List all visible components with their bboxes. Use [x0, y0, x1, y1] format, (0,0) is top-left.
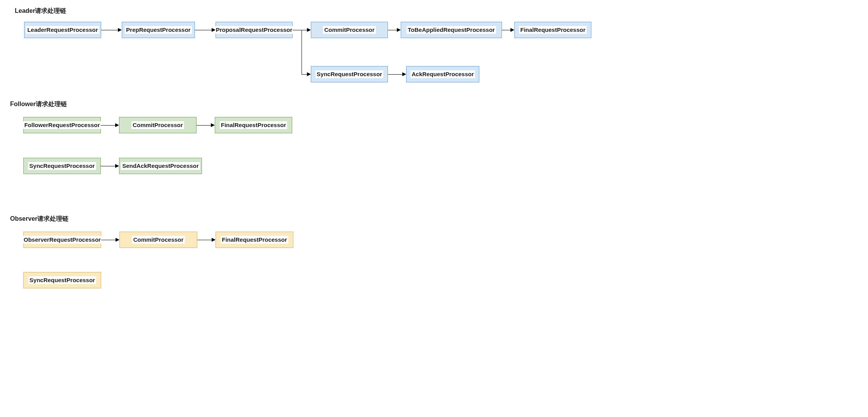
commit-processor-follower: CommitProcessor: [119, 117, 196, 133]
node-label: SyncRequestProcessor: [316, 70, 383, 78]
leader-section-title: Leader请求处理链: [15, 7, 66, 15]
arrow-head-icon: [211, 123, 215, 127]
proposal-request-processor: ProposalRequestProcessor: [216, 22, 293, 38]
arrow-line-vertical: [302, 30, 302, 74]
arrow-head-icon: [115, 123, 119, 127]
arrow-line: [388, 74, 402, 75]
prep-request-processor: PrepRequestProcessor: [122, 22, 195, 38]
sync-request-processor-leader: SyncRequestProcessor: [311, 66, 388, 82]
node-label: SyncRequestProcessor: [28, 162, 96, 170]
arrow-line: [388, 30, 397, 30]
arrow-head-icon: [116, 238, 119, 242]
node-label: ProposalRequestProcessor: [215, 26, 294, 34]
arrow-head-icon: [402, 72, 406, 76]
node-label: LeaderRequestProcessor: [26, 26, 99, 34]
node-label: FinalRequestProcessor: [221, 236, 288, 244]
node-label: FinalRequestProcessor: [220, 121, 288, 129]
arrow-line: [196, 125, 211, 126]
node-label: FollowerRequestProcessor: [23, 121, 101, 129]
node-label: FinalRequestProcessor: [519, 26, 587, 34]
arrow-line: [101, 125, 115, 126]
arrow-line: [101, 166, 115, 166]
arrow-line: [195, 30, 212, 30]
arrow-head-icon: [118, 28, 122, 32]
observer-section-title: Observer请求处理链: [10, 215, 68, 223]
arrow-line: [502, 30, 510, 30]
node-label: ToBeAppliedRequestProcessor: [407, 26, 496, 34]
follower-section-title: Follower请求处理链: [10, 100, 67, 108]
observer-request-processor: ObserverRequestProcessor: [23, 232, 101, 248]
final-request-processor-observer: FinalRequestProcessor: [216, 232, 293, 248]
arrow-head-icon: [115, 164, 119, 168]
arrow-head-icon: [307, 72, 311, 76]
node-label: CommitProcessor: [323, 26, 375, 34]
sync-request-processor-observer: SyncRequestProcessor: [23, 272, 101, 288]
node-label: ObserverRequestProcessor: [23, 236, 102, 244]
commit-processor-observer: CommitProcessor: [119, 232, 197, 248]
ack-request-processor-leader: AckRequestProcessor: [406, 66, 479, 82]
node-label: CommitProcessor: [132, 121, 184, 129]
arrow-line: [302, 74, 307, 75]
final-request-processor-follower: FinalRequestProcessor: [215, 117, 292, 133]
arrow-line: [293, 30, 307, 30]
arrow-head-icon: [212, 238, 216, 242]
node-label: PrepRequestProcessor: [125, 26, 192, 34]
arrow-line: [197, 240, 212, 240]
leader-request-processor: LeaderRequestProcessor: [24, 22, 101, 38]
arrow-head-icon: [397, 28, 401, 32]
final-request-processor-leader: FinalRequestProcessor: [514, 22, 591, 38]
tobeapplied-request-processor: ToBeAppliedRequestProcessor: [401, 22, 502, 38]
node-label: CommitProcessor: [132, 236, 184, 244]
node-label: AckRequestProcessor: [410, 70, 475, 78]
arrow-line: [101, 30, 118, 30]
follower-request-processor: FollowerRequestProcessor: [23, 117, 101, 133]
arrow-head-icon: [212, 28, 216, 32]
sendack-request-processor-follower: SendAckRequestProcessor: [119, 158, 202, 174]
commit-processor-leader: CommitProcessor: [311, 22, 388, 38]
node-label: SendAckRequestProcessor: [121, 162, 200, 170]
arrow-head-icon: [510, 28, 514, 32]
arrow-head-icon: [307, 28, 311, 32]
sync-request-processor-follower: SyncRequestProcessor: [23, 158, 101, 174]
node-label: SyncRequestProcessor: [28, 276, 96, 284]
arrow-line: [101, 240, 116, 240]
